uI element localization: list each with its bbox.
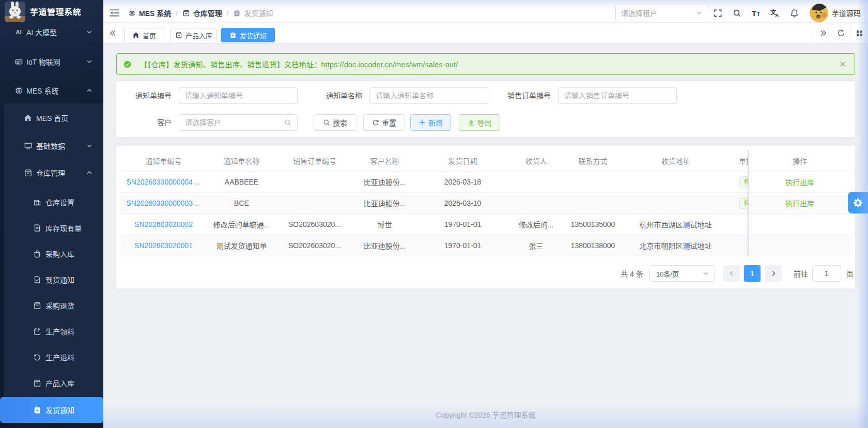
sidebar-item-label: 采购退货 xyxy=(45,300,74,311)
reset-button[interactable]: 重置 xyxy=(363,114,405,131)
sidebar-item-label: 发货通知 xyxy=(45,405,74,415)
sidebar-item-iot[interactable]: IoT 物联网 xyxy=(0,49,103,74)
tenant-select[interactable]: 请选择租户 xyxy=(615,5,708,21)
sidebar-item-warehouse-setting[interactable]: 仓库设置 xyxy=(0,189,103,215)
tab-label: 发货通知 xyxy=(240,30,267,40)
tab-delivery-notice[interactable]: 发货通知 xyxy=(221,28,275,42)
refresh-icon[interactable] xyxy=(832,23,850,43)
search-icon[interactable] xyxy=(727,2,747,24)
sidebar: 芋道管理系统 AI AI 大模型 IoT 物联网 MES 系统 ME xyxy=(0,0,103,428)
cell-date: 1970-01-01 xyxy=(416,241,509,250)
clipboard-icon xyxy=(233,9,241,17)
tabs-scroll-right-icon[interactable] xyxy=(814,23,832,43)
tenant-select-placeholder: 请选择租户 xyxy=(621,8,695,18)
sidebar-item-label: 到货通知 xyxy=(45,274,74,285)
page-number-1[interactable]: 1 xyxy=(744,265,761,282)
sidebar-item-stock-quantity[interactable]: 库存现有量 xyxy=(0,215,103,241)
goto-label: 前往 xyxy=(794,268,808,279)
notice-code-link[interactable]: SN20260330000003 ... xyxy=(120,199,207,207)
sidebar-item-delivery-notice[interactable]: 发货通知 xyxy=(0,397,103,423)
fullscreen-icon[interactable] xyxy=(708,2,727,24)
sidebar-item-production-pick[interactable]: 生产领料 xyxy=(0,318,103,344)
layout-grid-icon[interactable] xyxy=(850,23,868,43)
breadcrumb-label: MES 系统 xyxy=(139,8,171,18)
breadcrumb-label: 仓库管理 xyxy=(193,8,222,18)
sidebar-item-mes[interactable]: MES 系统 xyxy=(0,78,103,103)
customer-select-input[interactable] xyxy=(185,118,284,127)
sidebar-item-label: 产品入库 xyxy=(45,378,74,388)
sidebar-item-production-return[interactable]: 生产退料 xyxy=(0,344,103,370)
prev-page-button[interactable] xyxy=(723,265,740,282)
tab-bar: 首页 产品入库 发货通知 xyxy=(103,23,868,43)
notice-name-input[interactable] xyxy=(376,91,482,100)
sidebar-item-arrival-notice[interactable]: 到货通知 xyxy=(0,267,103,293)
sidebar-item-label: MES 系统 xyxy=(26,85,58,96)
svg-text:T: T xyxy=(752,9,756,18)
create-button-label: 新增 xyxy=(428,117,443,128)
sidebar-item-warehouse-mgmt[interactable]: 仓库管理 xyxy=(0,160,103,186)
sales-order-code-input-wrap xyxy=(558,87,677,104)
footer-copyright: Copyright ©2026 芋道管理系统 xyxy=(103,409,868,420)
iot-device-icon xyxy=(14,57,23,66)
presentation-board-icon xyxy=(23,141,33,150)
font-size-icon[interactable]: TT xyxy=(747,2,766,24)
table-card: 通知单编号 通知单名称 销售订单编号 客户名称 发货日期 收货人 联系方式 收货… xyxy=(116,146,855,288)
doc-alert-url[interactable]: https://doc.iocoder.cn/mes/wm/sales-out/ xyxy=(321,60,458,69)
svg-text:A: A xyxy=(776,12,779,18)
cell-address: 北京市朝阳区测试地址 xyxy=(623,240,729,251)
search-button[interactable]: 搜索 xyxy=(314,114,357,131)
document-icon xyxy=(33,223,42,233)
goto-page-input[interactable] xyxy=(813,266,841,281)
cell-status: 待出库 xyxy=(729,176,749,188)
cell-status: 待出库 xyxy=(729,197,749,209)
cpu-chip-icon xyxy=(128,9,136,17)
notice-code-link[interactable]: SN202603020002 xyxy=(120,220,207,228)
create-button[interactable]: 新增 xyxy=(410,114,451,131)
cell-customer: 比亚迪股份... xyxy=(353,198,416,208)
close-icon[interactable] xyxy=(839,60,846,68)
user-avatar[interactable] xyxy=(810,4,828,22)
notice-code-link[interactable]: SN20260330000004 ... xyxy=(120,178,207,186)
notice-code-link[interactable]: SN202603020001 xyxy=(120,241,207,250)
bell-icon[interactable] xyxy=(785,2,804,24)
tab-home[interactable]: 首页 xyxy=(124,28,164,42)
tab-product-in[interactable]: 产品入库 xyxy=(171,28,217,42)
col-header-notice-name: 通知单名称 xyxy=(207,156,276,166)
sidebar-item-mes-home[interactable]: MES 首页 xyxy=(0,105,103,131)
breadcrumb-item-warehouse[interactable]: 仓库管理 xyxy=(182,8,222,18)
search-button-label: 搜索 xyxy=(333,117,347,128)
translate-icon[interactable]: 文A xyxy=(766,2,785,24)
col-header-delivery-date: 发货日期 xyxy=(416,156,509,166)
sidebar-item-ai-llm[interactable]: AI AI 大模型 xyxy=(0,19,103,45)
notice-code-input[interactable] xyxy=(185,91,291,100)
fixed-column-divider xyxy=(748,150,749,256)
tabs-scroll-left-icon[interactable] xyxy=(103,23,122,43)
execute-outbound-link[interactable]: 执行出库 xyxy=(785,200,814,208)
cell-sales-order: SO202603020... xyxy=(276,241,353,250)
execute-outbound-link[interactable]: 执行出库 xyxy=(785,178,814,187)
sidebar-item-product-in[interactable]: 产品入库 xyxy=(0,370,103,396)
next-page-button[interactable] xyxy=(765,265,782,282)
cell-sales-order: SO202603020... xyxy=(276,220,353,228)
sidebar-item-purchase-return[interactable]: 采购退货 xyxy=(0,293,103,318)
sidebar-item-purchase-in[interactable]: 采购入库 xyxy=(0,241,103,267)
main-area: MES 系统 / 仓库管理 / 发货通知 请选择租户 xyxy=(103,0,868,428)
page-size-select[interactable]: 10条/页 xyxy=(649,265,715,282)
breadcrumb-item-mes[interactable]: MES 系统 xyxy=(128,8,171,18)
sidebar-item-base-data[interactable]: 基础数据 xyxy=(0,133,103,159)
breadcrumb-label: 发货通知 xyxy=(244,8,273,18)
document-check-icon xyxy=(33,275,42,284)
col-header-consignee: 收货人 xyxy=(509,156,563,166)
table-row: SN20260330000003 ... BCE 比亚迪股份... 2026-0… xyxy=(120,193,851,214)
username[interactable]: 芋道源码 xyxy=(832,8,863,18)
sidebar-item-label: 仓库管理 xyxy=(36,167,65,178)
field-label-notice-name: 通知单名称 xyxy=(313,87,362,104)
export-button[interactable]: 导出 xyxy=(459,114,500,131)
pagination: 共 4 条 10条/页 1 前往 页 xyxy=(621,265,854,282)
pagination-total: 共 4 条 xyxy=(621,268,643,279)
tab-label: 产品入库 xyxy=(185,30,212,40)
settings-fab[interactable] xyxy=(848,192,868,213)
sales-order-code-input[interactable] xyxy=(564,91,671,100)
doc-alert-message: 【【仓库】发货通知、销售出库、销售退货】文档地址： xyxy=(140,60,321,69)
menu-fold-icon[interactable] xyxy=(110,8,120,18)
